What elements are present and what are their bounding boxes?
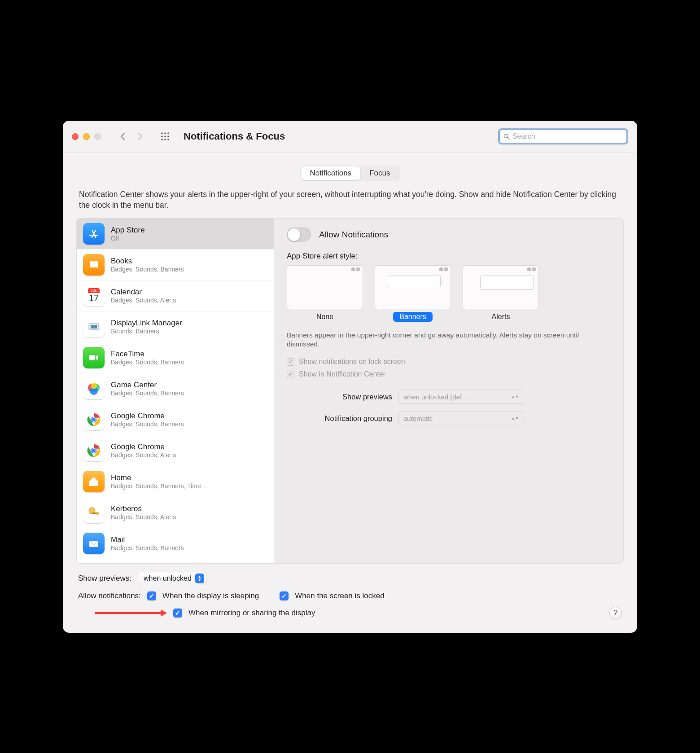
svg-point-3 [161,136,163,137]
app-row-chrome-2[interactable]: Google Chrome Badges, Sounds, Alerts [77,435,274,466]
svg-rect-15 [91,325,97,328]
app-name: Google Chrome [111,442,176,451]
app-sub: Off [111,235,145,242]
svg-point-28 [92,448,96,452]
app-name: Books [111,257,184,266]
svg-point-0 [161,132,163,134]
app-row-chrome-1[interactable]: Google Chrome Badges, Sounds, Banners [77,404,274,435]
app-name: Home [111,473,207,482]
search-icon [503,133,510,140]
allow-notifications-label: Allow Notifications [319,230,388,240]
lock-screen-checkbox[interactable] [287,358,294,366]
app-row-maps[interactable]: Maps [77,559,274,563]
calendar-icon: JUL17 [83,285,105,306]
tab-notifications[interactable]: Notifications [301,166,361,180]
app-sub: Badges, Sounds, Alerts [111,513,176,521]
minimize-button[interactable] [83,133,90,140]
show-on-lock-screen-row[interactable]: Show notifications on lock screen [287,358,611,366]
mail-icon [83,533,105,554]
show-previews-label: Show previews [287,393,392,401]
search-input[interactable] [512,132,623,140]
app-sub: Badges, Sounds, Alerts [111,451,176,459]
app-name: DisplayLink Manager [111,319,182,328]
alert-style-description: Banners appear in the upper-right corner… [287,331,611,350]
allow-notifications-bottom-label: Allow notifications: [78,591,141,600]
annotation-arrow [95,612,162,614]
notification-grouping-value: automatic [403,415,433,422]
app-row-calendar[interactable]: JUL17 Calendar Badges, Sounds, Alerts [77,280,274,311]
app-sub: Badges, Sounds, Banners [111,359,184,366]
app-row-facetime[interactable]: FaceTime Badges, Sounds, Banners [77,342,274,373]
lock-screen-label: Show notifications on lock screen [299,358,405,366]
app-row-books[interactable]: Books Badges, Sounds, Banners [77,250,274,280]
alert-style-alerts[interactable]: Alerts [463,265,539,322]
alert-style-none[interactable]: None [287,265,363,322]
search-field[interactable] [498,128,628,144]
svg-point-8 [167,139,169,140]
svg-rect-16 [89,355,95,360]
segmented-control: Notifications Focus [300,166,400,181]
close-button[interactable] [72,133,79,140]
svg-point-4 [164,136,166,137]
kerberos-icon [83,502,105,523]
app-row-gamecenter[interactable]: Game Center Badges, Sounds, Banners [77,373,274,404]
alert-style-options: None → Banners Alerts [287,265,611,322]
app-sub: Badges, Sounds, Banners, Time… [111,482,207,490]
app-name: Game Center [111,381,184,390]
app-sub: Sounds, Banners [111,328,182,335]
forward-button[interactable] [133,130,147,143]
show-in-center-row[interactable]: Show in Notification Center [287,370,611,378]
appstore-icon [83,223,105,245]
alert-style-title: App Store alert style: [287,252,611,261]
window-title: Notifications & Focus [184,131,285,142]
displaylink-icon [83,316,105,337]
bottom-controls: Show previews: when unlocked ▲▼ Allow no… [76,572,624,619]
home-icon [83,471,105,492]
locked-label: When the screen is locked [295,591,384,600]
mirroring-checkbox[interactable] [173,609,182,617]
app-list[interactable]: App Store Off Books Badges, Sounds, Bann… [77,219,274,563]
show-all-button[interactable] [158,130,172,143]
svg-point-1 [164,132,166,134]
chevron-updown-icon: ▲▼ [195,574,204,583]
zoom-button[interactable] [94,133,101,140]
back-button[interactable] [116,130,130,143]
app-name: App Store [111,226,145,235]
show-previews-popup-value: when unlocked [144,574,192,582]
app-name: FaceTime [111,350,184,359]
svg-point-9 [504,134,508,137]
chevron-updown-icon: ▲▼ [511,395,519,398]
notif-center-checkbox[interactable] [287,371,294,378]
svg-point-6 [161,139,163,140]
show-previews-popup[interactable]: when unlocked ▲▼ [138,572,206,585]
gamecenter-icon [83,378,105,399]
show-previews-value: when unlocked (def… [403,393,468,401]
app-sub: Badges, Sounds, Banners [111,544,184,552]
app-row-kerberos[interactable]: Kerberos Badges, Sounds, Alerts [77,497,274,528]
tab-focus[interactable]: Focus [360,166,399,180]
svg-point-5 [167,136,169,137]
show-previews-select[interactable]: when unlocked (def… ▲▼ [398,390,524,404]
window-controls [72,133,101,140]
app-name: Google Chrome [111,412,184,420]
app-row-displaylink[interactable]: DisplayLink Manager Sounds, Banners [77,311,274,342]
pane-body: Notifications Focus Notification Center … [63,153,637,633]
alert-style-banners[interactable]: → Banners [375,265,451,322]
svg-point-7 [164,139,166,140]
app-row-appstore[interactable]: App Store Off [77,219,274,250]
notification-grouping-select[interactable]: automatic ▲▼ [398,411,524,425]
chevron-updown-icon: ▲▼ [511,417,519,420]
allow-notifications-toggle[interactable] [287,228,311,242]
help-button[interactable]: ? [609,607,622,619]
app-row-home[interactable]: Home Badges, Sounds, Banners, Time… [77,466,274,497]
app-sub: Badges, Sounds, Banners [111,266,184,273]
app-row-mail[interactable]: Mail Badges, Sounds, Banners [77,528,274,559]
locked-checkbox[interactable] [280,591,289,600]
sleeping-label: When the display is sleeping [162,591,259,600]
detail-pane: Allow Notifications App Store alert styl… [274,219,623,563]
app-sub: Badges, Sounds, Banners [111,420,184,428]
show-previews-bottom-label: Show previews: [78,574,131,583]
main-panel: App Store Off Books Badges, Sounds, Bann… [76,218,624,564]
sleeping-checkbox[interactable] [147,591,156,600]
chrome-icon [83,440,105,461]
